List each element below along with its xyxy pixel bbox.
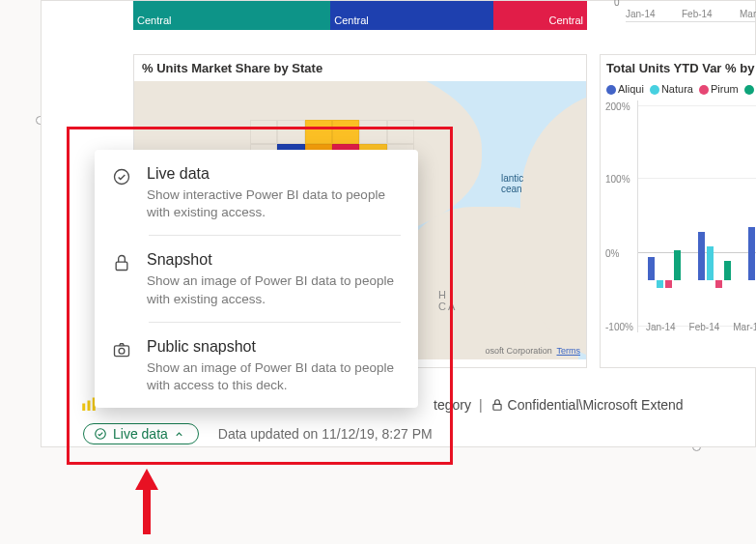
chart-visual[interactable]: Total Units YTD Var % by Mont Aliqui Nat… — [600, 54, 756, 368]
bar-label: Central — [137, 14, 171, 26]
chevron-up-icon — [174, 429, 184, 440]
bar-red[interactable]: Central — [493, 1, 587, 30]
map-credit: osoft Corporation Terms — [486, 346, 580, 356]
mini-xlabel: Mar-14 — [740, 9, 756, 19]
option-public-snapshot[interactable]: Public snapshot Show an image of Power B… — [95, 323, 418, 408]
data-options-row: Live data Data updated on 11/12/19, 8:27… — [83, 423, 433, 444]
ytick: 100% — [605, 174, 630, 185]
bar-teal[interactable]: Central — [133, 1, 330, 30]
xtick: Feb-14 — [689, 322, 720, 332]
svg-point-8 — [119, 348, 125, 354]
chart-legend: Aliqui Natura Pirum VanAr — [606, 83, 756, 95]
chart-plot: 200% 100% 0% -100% Jan-14 Feb-14 Mar-14 — [637, 100, 756, 332]
option-desc: Show an image of Power BI data to people… — [147, 359, 401, 394]
option-live-data[interactable]: Live data Show interactive Power BI data… — [95, 150, 418, 235]
mini-xlabel: Jan-14 — [626, 9, 656, 19]
sensitivity-label[interactable]: Confidential\Microsoft Extend — [490, 397, 684, 413]
lock-icon — [112, 253, 133, 274]
chart-title: Total Units YTD Var % by Mont — [606, 61, 756, 75]
option-title: Live data — [147, 165, 401, 183]
legend-item[interactable]: Natura — [661, 83, 693, 95]
bar-label: Central — [334, 14, 368, 26]
credit-text: osoft Corporation — [486, 346, 552, 356]
svg-point-4 — [96, 429, 106, 440]
pill-label: Live data — [113, 426, 168, 442]
separator: | — [479, 397, 483, 413]
continent-label: H CA — [438, 289, 457, 312]
svg-rect-1 — [88, 401, 91, 412]
legend-item[interactable]: Pirum — [711, 83, 739, 95]
mini-chart-axis: 0 Jan-14 Feb-14 Mar-14 — [626, 1, 756, 22]
updated-text: Data updated on 11/12/19, 8:27 PM — [218, 426, 433, 442]
ocean-label: lantic cean — [501, 173, 523, 194]
svg-rect-7 — [115, 346, 129, 357]
data-options-popup: Live data Show interactive Power BI data… — [95, 150, 418, 408]
mini-xlabel: Feb-14 — [682, 9, 713, 19]
xtick: Jan-14 — [646, 322, 676, 332]
lock-icon — [490, 398, 504, 412]
option-desc: Show interactive Power BI data to people… — [147, 186, 401, 221]
bar-blue[interactable]: Central — [330, 1, 493, 30]
ytick: -100% — [605, 322, 633, 332]
option-title: Public snapshot — [147, 338, 401, 356]
footer-item: tegory — [434, 397, 471, 413]
ytick: 200% — [605, 101, 630, 112]
svg-rect-6 — [116, 263, 127, 271]
map-title: % Units Market Share by State — [134, 55, 586, 81]
camera-icon — [112, 340, 133, 361]
check-circle-icon — [112, 167, 133, 188]
xtick: Mar-14 — [733, 322, 756, 332]
annotation-arrow — [137, 469, 156, 534]
ytick: 0% — [605, 248, 619, 259]
terms-link[interactable]: Terms — [557, 346, 581, 356]
svg-rect-3 — [492, 404, 500, 410]
mini-ylabel: 0 — [614, 0, 620, 8]
option-desc: Show an image of Power BI data to people… — [147, 272, 401, 307]
sensitivity-text: Confidential\Microsoft Extend — [508, 397, 684, 413]
bar-label: Central — [549, 14, 583, 26]
option-title: Snapshot — [147, 251, 401, 269]
live-data-dropdown[interactable]: Live data — [83, 423, 199, 444]
legend-item[interactable]: Aliqui — [618, 83, 644, 95]
svg-point-5 — [115, 170, 129, 185]
check-circle-icon — [94, 427, 107, 441]
svg-rect-0 — [82, 404, 85, 412]
option-snapshot[interactable]: Snapshot Show an image of Power BI data … — [95, 236, 418, 321]
region-bars: Central Central Central — [133, 1, 587, 30]
